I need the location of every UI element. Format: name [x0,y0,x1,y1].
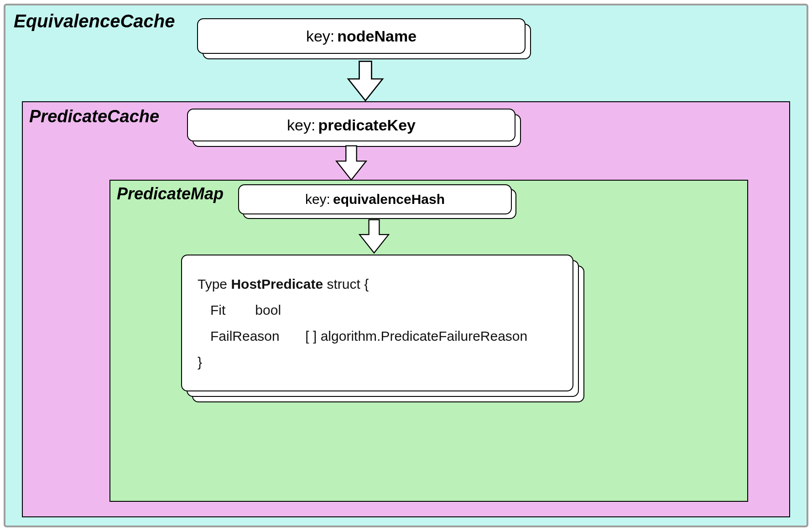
node-name-card: key: nodeName [197,18,526,54]
struct-close: } [198,349,557,375]
type-keyword: Type [198,276,227,292]
predicate-map-box: PredicateMap key: equivalenceHash [109,180,748,502]
field-name: Fit [210,297,251,323]
node-name-card-stack: key: nodeName [197,18,526,57]
struct-field: Fit bool [198,297,557,323]
predicate-key-card: key: predicateKey [187,109,515,141]
predicate-map-title: PredicateMap [117,184,224,203]
predicate-cache-box: PredicateCache key: predicateKey [22,101,790,517]
key-label: key: [287,116,315,134]
struct-keyword: struct { [327,276,369,292]
struct-field: FailReason [ ] algorithm.PredicateFailur… [198,323,557,349]
equivalence-cache-title: EquivalenceCache [14,11,175,31]
key-value: predicateKey [318,116,416,134]
arrow-down-icon [345,59,386,103]
equivalence-hash-card-stack: key: equivalenceHash [238,184,512,217]
predicate-key-card-stack: key: predicateKey [187,109,515,144]
key-label: key: [305,192,330,207]
equivalence-hash-label: key: equivalenceHash [239,185,511,213]
key-value: equivalenceHash [333,192,445,207]
arrow-down-icon [357,219,391,254]
predicate-key-label: key: predicateKey [188,109,515,141]
struct-name: HostPredicate [231,276,323,292]
diagram-canvas: EquivalenceCache key: nodeName Predicate… [0,0,812,531]
field-type: bool [255,302,281,318]
key-label: key: [306,27,334,45]
predicate-cache-title: PredicateCache [29,107,159,126]
field-type: [ ] algorithm.PredicateFailureReason [305,328,527,344]
equivalence-hash-card: key: equivalenceHash [238,184,512,214]
host-predicate-struct: Type HostPredicate struct { Fit bool [182,255,573,390]
key-value: nodeName [337,27,416,45]
arrow-down-icon [333,145,370,181]
struct-decl: Type HostPredicate struct { [198,271,557,297]
equivalence-cache-box: EquivalenceCache key: nodeName Predicate… [4,4,808,527]
field-name: FailReason [210,323,302,349]
host-predicate-card: Type HostPredicate struct { Fit bool [181,255,573,391]
node-name-label: key: nodeName [198,19,525,53]
host-predicate-card-stack: Type HostPredicate struct { Fit bool [181,255,573,391]
